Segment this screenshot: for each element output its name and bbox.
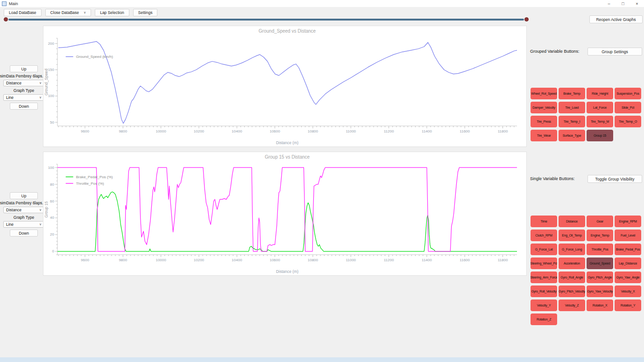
window-title: Main [9,1,18,6]
grouped-variable-button[interactable]: Suspension_Pos [615,88,641,99]
grouped-variable-button[interactable]: Brake_Temp [559,88,585,99]
grouped-variable-button[interactable]: Tire_Press [531,116,557,127]
single-variable-button[interactable]: Rotation_X [587,299,613,311]
chevron-down-icon: ∨ [39,208,42,212]
single-variable-button[interactable]: Velocity_Z [559,299,585,311]
svg-text:Ground_Speed vs Distance: Ground_Speed vs Distance [259,28,316,34]
bottom-scrollbar[interactable] [0,357,644,362]
graph1-up-button[interactable]: Up [10,65,38,72]
single-variable-button[interactable]: Engine_RPM [615,216,641,227]
single-variable-button[interactable]: Steering_Wheel_Pct [531,258,557,269]
single-variable-button[interactable]: Eng_Oil_Temp [559,230,585,241]
svg-text:0: 0 [52,249,55,253]
grouped-variable-button[interactable]: Group 15 [587,130,613,141]
svg-text:60: 60 [50,199,54,203]
single-variable-button[interactable]: Gyro_Yaw_Velocity [587,285,613,297]
minimize-button[interactable]: – [602,0,616,7]
toggle-group-visibility-button[interactable]: Toggle Group Visibility [587,175,642,183]
graph1-controls: Up simData Pembrey 6laps.db Distance∨ Gr… [2,65,46,110]
svg-text:11400: 11400 [422,129,432,133]
graph2-up-button[interactable]: Up [10,192,38,199]
lap-range-slider[interactable] [4,17,529,21]
svg-text:Brake_Pedal_Pos (%): Brake_Pedal_Pos (%) [76,175,113,179]
single-variable-button[interactable]: Gyro_Roll_Velocity [531,285,557,297]
svg-text:200: 200 [48,42,55,46]
load-database-button[interactable]: Load DataBase [4,9,42,16]
grouped-variable-button[interactable]: Lat_Force [587,102,613,113]
single-variable-button[interactable]: G_Force_Long [559,244,585,255]
single-variable-button[interactable]: Gyro_Pitch_Velocity [559,285,585,297]
single-variable-button[interactable]: Velocity_Y [531,299,557,311]
svg-text:11800: 11800 [498,258,508,262]
graph1-graph-type-select[interactable]: Line∨ [3,94,44,101]
single-variable-button[interactable]: Lap_Distance [615,258,641,269]
graph2-down-button[interactable]: Down [10,230,38,237]
svg-text:11600: 11600 [460,129,470,133]
single-variable-button[interactable]: Clutch_RPM [531,230,557,241]
grouped-variable-button[interactable]: Damper_Velocity [531,102,557,113]
svg-text:Ground_Speed (km/h): Ground_Speed (km/h) [76,55,113,59]
grouped-variable-button[interactable]: Tire_Load [559,102,585,113]
close-button[interactable]: × [630,0,644,7]
single-variable-button[interactable]: Gyro_Pitch_Angle [587,272,613,283]
svg-text:9600: 9600 [81,258,89,262]
single-variable-button[interactable]: Distance [559,216,585,227]
single-variable-button[interactable]: G_Force_Lat [531,244,557,255]
single-variable-button[interactable]: Gyro_Roll_Angle [559,272,585,283]
svg-text:10200: 10200 [194,258,205,262]
graph1-down-button[interactable]: Down [10,103,38,110]
single-variable-button[interactable]: Gear [587,216,613,227]
grouped-variable-button[interactable]: Tire_Temp_M [587,116,613,127]
slider-handle-right[interactable] [524,17,529,21]
grouped-variable-button[interactable]: Slide_Pct [615,102,641,113]
menu-bar: Load DataBase Close DataBase∨ Lap Select… [4,9,157,16]
svg-text:150: 150 [48,68,55,72]
single-variable-button[interactable]: Time [531,216,557,227]
grouped-variable-button[interactable]: Wheel_Rot_Speed [531,88,557,99]
maximize-button[interactable]: □ [616,0,630,7]
single-variable-button[interactable]: Gyro_Yaw_Angle [615,272,641,283]
group-settings-button[interactable]: Group Settings [587,48,642,56]
single-variable-grid: TimeDistanceGearEngine_RPMClutch_RPMEng_… [531,216,641,325]
single-variable-button[interactable]: Steering_Arm_Force [531,272,557,283]
single-variable-button[interactable]: Brake_Pedal_Pos [615,244,641,255]
ground-speed-chart: Ground_Speed vs Distance9600980010000102… [43,26,527,147]
single-variable-button[interactable]: Rotation_Y [615,299,641,311]
single-variable-button[interactable]: Engine_Temp [587,230,613,241]
settings-button[interactable]: Settings [133,9,158,16]
chevron-down-icon: ∨ [39,81,42,85]
grouped-variable-button[interactable]: Surface_Type [559,130,585,141]
chevron-down-icon: ∨ [84,11,86,14]
single-variable-buttons-label: Single Variable Buttons: [530,176,574,181]
graph1-database-label: simData Pembrey 6laps.db [0,74,48,78]
single-variable-button[interactable]: Ground_Speed [587,258,613,269]
lap-selection-button[interactable]: Lap Selection [95,9,129,16]
slider-track[interactable] [8,19,524,21]
graph1-xaxis-select[interactable]: Distance∨ [3,80,44,86]
slider-handle-left[interactable] [4,17,8,21]
graph2-xaxis-select[interactable]: Distance∨ [3,207,44,213]
title-bar: Main – □ × [0,0,644,7]
single-variable-button[interactable]: Rotation_Z [531,313,557,325]
svg-text:10200: 10200 [194,129,205,133]
grouped-variable-button[interactable]: Tire_Temp_O [615,116,641,127]
close-database-dropdown[interactable]: Close DataBase∨ [45,9,92,16]
graph2-graph-type-select[interactable]: Line∨ [3,221,44,228]
svg-text:11400: 11400 [422,258,432,262]
grouped-variable-button[interactable]: Ride_Height [587,88,613,99]
grouped-variable-button[interactable]: Tire_Temp_I [559,116,585,127]
svg-text:Group 15 vs Distance: Group 15 vs Distance [265,154,310,160]
grouped-variable-button[interactable]: Tire_Wear [531,130,557,141]
grouped-variable-buttons-label: Grouped Variable Buttons: [530,49,579,54]
single-variable-button[interactable]: Acceleration [559,258,585,269]
svg-text:100: 100 [48,94,55,98]
reopen-active-graphs-button[interactable]: Reopen Active Graphs [589,15,643,23]
group15-chart-svg: Group 15 vs Distance96009800100001020010… [43,152,526,275]
single-variable-button[interactable]: Throttle_Pos [587,244,613,255]
single-variable-button[interactable]: Fuel_Level [615,230,641,241]
svg-text:11000: 11000 [346,129,356,133]
svg-text:10000: 10000 [156,258,166,262]
svg-text:11000: 11000 [346,258,356,262]
svg-text:11800: 11800 [498,129,508,133]
single-variable-button[interactable]: Velocity_X [615,285,641,297]
